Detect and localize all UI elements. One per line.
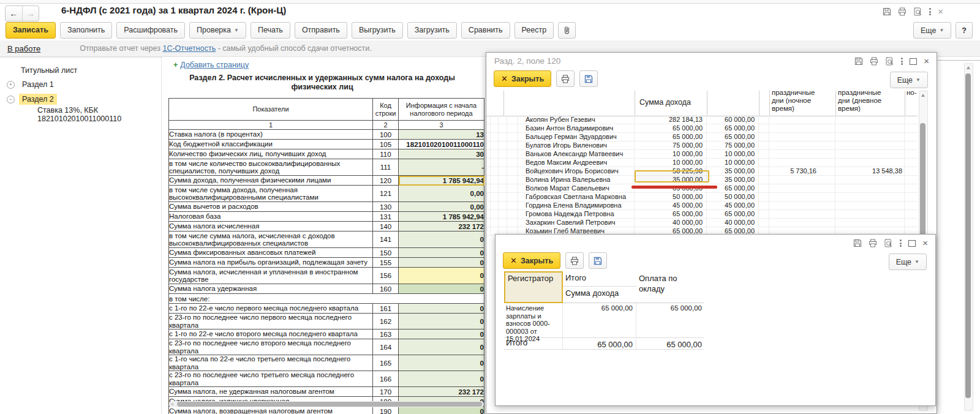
nav-back-button[interactable]: ← (6, 6, 23, 21)
detail-row[interactable]: Гордина Елена Владимировна45 000,0045 00… (486, 201, 918, 210)
vertical-scrollbar[interactable] (964, 63, 973, 411)
help-button[interactable]: ? (956, 22, 973, 39)
save-button[interactable] (589, 252, 607, 269)
detail-row[interactable]: Ведов Максим Андреевич10 000,0010 000,00 (486, 159, 918, 167)
check-button[interactable]: Проверка▼ (189, 22, 246, 39)
register-button[interactable]: Реестр (514, 22, 554, 39)
decrypt-button[interactable]: Расшифровать (116, 22, 185, 39)
expand-icon[interactable]: + (7, 81, 15, 89)
report-row-value[interactable]: 0 (399, 248, 484, 258)
report-row-value[interactable]: 30 (399, 149, 484, 159)
maximize-icon[interactable] (910, 58, 917, 65)
report-row-value[interactable]: 0,00 (399, 186, 484, 202)
more-button[interactable]: Еще▼ (890, 72, 928, 88)
report-row-value[interactable]: 0 (399, 231, 484, 248)
menu-kebab-icon[interactable] (899, 239, 902, 247)
save-icon[interactable] (853, 239, 862, 247)
scroll-up-arrow-icon[interactable] (967, 66, 970, 69)
report-row: в том числе сумма налога, исчисленная с … (169, 231, 484, 248)
report-row-value[interactable]: 0 (399, 284, 484, 294)
report-row-value[interactable]: 18210102010011000110 (399, 140, 484, 149)
report-row-label: с 1-го числа по 22-е число третьего меся… (169, 355, 373, 371)
report-row-code: 170 (373, 387, 399, 397)
report-row-value[interactable]: 0 (399, 258, 484, 268)
menu-kebab-icon[interactable] (900, 57, 903, 66)
close-button[interactable]: ✕Закрыть (503, 252, 560, 269)
scroll-up-arrow-icon[interactable] (921, 94, 925, 97)
preview-icon[interactable] (885, 57, 894, 66)
detail-row[interactable]: Булатов Игорь Виленович75 000,0075 000,0… (486, 141, 918, 150)
attachment-button[interactable] (558, 22, 576, 39)
report-row-value[interactable]: 0 (399, 329, 484, 339)
compare-button[interactable]: Сравнить (461, 22, 510, 39)
save-icon[interactable] (883, 7, 891, 16)
spacer (759, 167, 769, 175)
report-row-value[interactable]: 1 785 942,94 (399, 212, 484, 222)
add-page-link[interactable]: +Добавить страницу (173, 61, 249, 69)
report-row-value[interactable]: 0 (399, 339, 484, 355)
detail-row[interactable]: Захаркин Савелий Петрович40 000,0040 000… (486, 219, 918, 227)
preview-icon[interactable] (884, 239, 892, 247)
close-icon[interactable]: × (922, 239, 928, 247)
report-row-value[interactable]: 0 (399, 355, 484, 371)
report-row-value[interactable]: 0 (399, 304, 484, 314)
sidebar-item-section1[interactable]: +Раздел 1 (0, 78, 161, 91)
col-header-registrar[interactable]: Регистратор (504, 271, 563, 303)
spacer (759, 159, 769, 167)
report-row-value[interactable]: 0,00 (399, 202, 484, 212)
report-row-value[interactable]: 0 (399, 314, 484, 329)
fill-button[interactable]: Заполнить (60, 22, 112, 39)
save-icon[interactable] (854, 57, 863, 66)
scrollbar-thumb[interactable] (965, 73, 971, 398)
send-button[interactable]: Отправить (295, 22, 347, 39)
total-row[interactable]: Итого65 000,0065 000,00 (504, 338, 704, 350)
more-button[interactable]: Еще▼ (889, 254, 927, 270)
close-icon[interactable]: × (938, 8, 943, 15)
save-button[interactable]: Записать (6, 22, 56, 39)
horizontal-scrollbar[interactable] (169, 401, 484, 407)
nav-forward-button[interactable]: → (23, 6, 39, 21)
sidebar-subitem-rate[interactable]: Ставка 13%, КБК 18210102010011000110 (0, 108, 161, 121)
print-icon[interactable] (898, 7, 907, 16)
report-state-link[interactable]: В работе (7, 44, 40, 53)
report-row-value[interactable]: - (399, 159, 484, 176)
report-row-value[interactable]: 0 (399, 268, 484, 284)
report-row-value[interactable]: 232 172 (399, 387, 484, 397)
preview-icon[interactable] (913, 7, 922, 16)
close-button[interactable]: ✕Закрыть (494, 70, 551, 87)
menu-kebab-icon[interactable] (929, 7, 931, 16)
save-button[interactable] (579, 70, 598, 87)
scrollbar-thumb[interactable] (177, 402, 482, 407)
detail-row[interactable]: Бальцер Герман Эдуардович65 000,0065 000… (486, 133, 918, 141)
sidebar-item-section2[interactable]: −Раздел 2 (0, 92, 161, 106)
import-button[interactable]: Загрузить (407, 22, 457, 39)
print-button[interactable] (556, 70, 575, 87)
registrar-row[interactable]: Начисление зарплаты и взносов 0000-00000… (504, 303, 704, 338)
print-icon[interactable] (870, 57, 878, 66)
print-button[interactable]: Печать (251, 22, 290, 39)
more-button[interactable]: Еще▼ (913, 22, 951, 39)
report-row-value[interactable]: 1 785 942,94 (399, 176, 484, 186)
scroll-left-arrow-icon[interactable] (170, 402, 173, 406)
maximize-icon[interactable] (908, 240, 916, 247)
report-row-value[interactable]: 232 172 (399, 222, 484, 231)
detail-row[interactable]: Ваньков Александр Матвеевич10 000,0010 0… (486, 150, 918, 159)
detail-row[interactable]: Громова Надежда Петровна65 000,0065 000,… (486, 210, 918, 219)
spacer (499, 210, 507, 218)
export-button[interactable]: Выгрузить (352, 22, 403, 39)
detail-row[interactable]: Габровская Светлана Марковна50 000,0050 … (486, 193, 918, 201)
detail-row[interactable]: Базин Антон Владимирович65 000,0065 000,… (486, 124, 918, 133)
sidebar-item-title-page[interactable]: Титульный лист (0, 64, 161, 77)
report-row-value[interactable]: 0 (399, 371, 484, 387)
spacer (486, 141, 491, 149)
1c-reporting-link[interactable]: 1С-Отчетность (162, 44, 216, 53)
collapse-icon[interactable]: − (7, 96, 15, 104)
close-icon[interactable]: × (924, 58, 929, 65)
col-header-total: Итого Сумма дохода (563, 271, 636, 303)
detail-row[interactable]: Акопян Рубен Гезевич282 184,1360 000,00 (486, 116, 918, 124)
report-row-value[interactable]: 13 (399, 130, 484, 140)
report-row-value[interactable]: 0 (399, 407, 484, 414)
print-icon[interactable] (869, 239, 877, 247)
scrollbar-thumb[interactable] (920, 123, 925, 236)
print-button[interactable] (565, 252, 584, 269)
